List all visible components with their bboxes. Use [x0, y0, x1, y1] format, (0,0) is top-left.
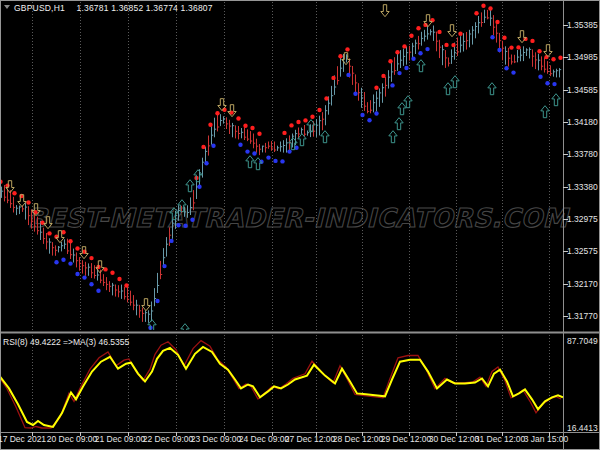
price-tick-label: 1.34985	[567, 52, 598, 62]
window-border	[1, 1, 600, 450]
top-semafor-marker-icon	[142, 299, 150, 311]
bottom-semafor-marker-icon	[552, 94, 560, 106]
time-tick-label: 3 Jan 15:00	[524, 434, 568, 444]
symbol-timeframe-label: GBPUSD,H1	[14, 3, 65, 13]
buy-signal-dot	[504, 66, 508, 70]
price-chart-canvas[interactable]	[0, 0, 600, 450]
sell-signal-dot	[488, 6, 492, 10]
collapse-triangle-icon[interactable]	[4, 5, 10, 9]
sell-signal-dot	[509, 45, 513, 49]
buy-signal-dot	[176, 223, 180, 227]
chart-title: GBPUSD,H1 1.36781 1.36852 1.36774 1.3680…	[14, 3, 213, 13]
top-semafor-marker-icon	[381, 5, 389, 17]
buy-signal-dot	[511, 70, 515, 74]
sell-signal-dot	[243, 124, 247, 128]
sell-signal-dot	[282, 131, 286, 135]
buy-signal-dot	[404, 66, 408, 70]
bottom-semafor-marker-icon	[194, 170, 202, 182]
sell-signal-dot	[201, 145, 205, 149]
buy-signal-dot	[353, 92, 357, 96]
buy-signal-dot	[397, 71, 401, 75]
buy-signal-dot	[211, 144, 215, 148]
price-tick-label: 1.32170	[567, 279, 598, 289]
buy-signal-dot	[497, 48, 501, 52]
buy-signal-dot	[245, 149, 249, 153]
rsi-indicator-label: RSI(8) 49.4222 =>MA(3) 46.5355	[3, 337, 129, 347]
buy-signal-dot	[204, 161, 208, 165]
buy-signal-dot	[418, 51, 422, 55]
top-semafor-marker-icon	[448, 25, 456, 37]
bottom-semafor-marker-icon	[389, 131, 397, 143]
bottom-semafor-marker-icon	[541, 106, 549, 118]
sell-signal-dot	[558, 56, 562, 60]
buy-signal-dot	[238, 143, 242, 147]
buy-signal-dot	[89, 282, 93, 286]
sell-signal-dot	[338, 54, 342, 58]
axis-ticks	[33, 26, 569, 437]
buy-signal-dot	[280, 159, 284, 163]
sell-signal-dot	[124, 283, 128, 287]
buy-signal-dot	[54, 260, 58, 264]
rsi-min-scale-label: 16.4413	[567, 423, 598, 433]
bottom-semafor-marker-icon	[444, 83, 452, 95]
buy-signal-dot	[252, 151, 256, 155]
sell-signal-dot	[317, 108, 321, 112]
buy-signal-dot	[266, 155, 270, 159]
buy-signal-dot	[374, 111, 378, 115]
sell-signal-dot	[12, 191, 16, 195]
bottom-semafor-marker-icon	[186, 180, 194, 192]
rsi-max-scale-label: 87.7049	[567, 336, 598, 346]
sell-signal-dot	[26, 200, 30, 204]
bottom-semafor-marker-icon	[181, 324, 189, 336]
sell-signal-dot	[530, 39, 534, 43]
sell-signal-dot	[474, 11, 478, 15]
ohlc-quote-label: 1.36781 1.36852 1.36774 1.36807	[77, 3, 213, 13]
sell-signal-dot	[416, 26, 420, 30]
buy-signal-dot	[273, 159, 277, 163]
sell-signal-dot	[47, 231, 51, 235]
bear-bars	[5, 10, 553, 322]
time-tick-label: 24 Dec 09:00	[239, 434, 290, 444]
sell-signal-dot	[458, 32, 462, 36]
sell-signal-dot	[437, 30, 441, 34]
rsi-pane[interactable]	[0, 341, 563, 428]
buy-signal-dot	[169, 239, 173, 243]
time-tick-label: 28 Dec 12:00	[333, 434, 384, 444]
sell-signal-dot	[324, 96, 328, 100]
bottom-semafor-marker-icon	[451, 76, 459, 88]
time-tick-label: 21 Dec 09:00	[95, 434, 146, 444]
buy-signal-dot	[390, 83, 394, 87]
price-pane[interactable]	[0, 3, 563, 335]
sell-signal-dot	[68, 239, 72, 243]
buy-signal-dot	[155, 299, 159, 303]
buy-signal-dot	[360, 113, 364, 117]
price-tick-label: 1.32575	[567, 246, 598, 256]
sell-signal-dot	[451, 43, 455, 47]
sell-signal-dot	[236, 116, 240, 120]
buy-signal-dot	[61, 258, 65, 262]
sell-signal-dot	[409, 34, 413, 38]
sell-signal-dot	[402, 44, 406, 48]
buy-signal-dot	[82, 275, 86, 279]
time-tick-label: 17 Dec 2021	[0, 434, 46, 444]
sell-signal-dot	[395, 50, 399, 54]
buy-signal-dot	[490, 35, 494, 39]
sell-signal-dot	[89, 256, 93, 260]
time-tick-label: 29 Dec 12:00	[381, 434, 432, 444]
bottom-semafor-marker-icon	[395, 118, 403, 130]
price-tick-label: 1.33380	[567, 182, 598, 192]
time-tick-label: 20 Dec 09:00	[47, 434, 98, 444]
sell-signal-dot	[345, 47, 349, 51]
buy-signal-dot	[411, 57, 415, 61]
bottom-semafor-marker-icon	[398, 103, 406, 115]
buy-signal-dot	[367, 118, 371, 122]
sell-signal-dot	[331, 76, 335, 80]
buy-signal-dot	[75, 272, 79, 276]
sell-signal-dot	[110, 271, 114, 275]
time-tick-label: 23 Dec 09:00	[191, 434, 242, 444]
buy-signal-dot	[346, 73, 350, 77]
grid-lines	[33, 2, 550, 431]
sell-signal-dot	[75, 246, 79, 250]
bottom-semafor-marker-icon	[417, 60, 425, 72]
sell-signal-dot	[289, 123, 293, 127]
